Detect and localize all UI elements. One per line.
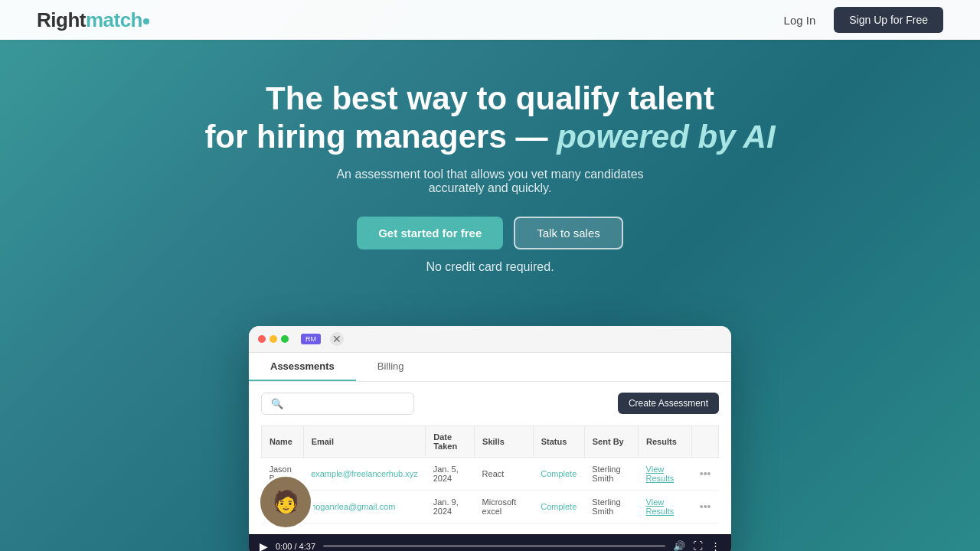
headline-ai: powered by AI [557, 119, 776, 155]
browser-x-icon[interactable]: ✕ [330, 332, 344, 346]
browser-minimize-dot [270, 335, 277, 343]
cell-date: Jan. 5, 2024 [426, 457, 475, 490]
cell-menu[interactable]: ••• [692, 457, 719, 490]
cell-status: Complete [533, 457, 584, 490]
browser-bar: RM ✕ [249, 326, 731, 353]
cell-date: Jan. 9, 2024 [426, 490, 475, 523]
cell-status: Complete [533, 490, 584, 523]
headline-line2: for hiring managers — [204, 119, 547, 155]
demo-container: RM ✕ Assessments Billing 🔍 Create Assess… [249, 326, 731, 551]
demo-wrapper: RM ✕ Assessments Billing 🔍 Create Assess… [0, 318, 980, 551]
video-person-thumbnail: 🧑 [258, 474, 313, 530]
app-tabs: Assessments Billing [249, 353, 731, 382]
browser-maximize-dot [281, 335, 289, 343]
hero-buttons: Get started for free Talk to sales [15, 217, 965, 249]
cell-results[interactable]: View Results [639, 490, 692, 523]
get-started-button[interactable]: Get started for free [357, 217, 503, 249]
tab-assessments[interactable]: Assessments [249, 353, 356, 381]
login-button[interactable]: Log In [784, 14, 816, 27]
video-controls: 🔊 ⛶ ⋮ [673, 540, 720, 551]
more-options-icon[interactable]: ⋮ [710, 540, 720, 551]
signup-button[interactable]: Sign Up for Free [834, 7, 943, 33]
col-date: Date Taken [426, 425, 475, 457]
hero-section: The best way to qualify talent for hirin… [0, 40, 980, 318]
video-player: ▶ 0:00 / 4:37 🔊 ⛶ ⋮ [249, 534, 731, 551]
cell-sent-by: Sterling Smith [584, 457, 638, 490]
tab-billing[interactable]: Billing [356, 353, 426, 381]
logo: Rightmatch [37, 8, 149, 32]
search-row: 🔍 Create Assessment [261, 393, 719, 415]
app-body: 🔍 Create Assessment Name Email Date Take… [249, 382, 731, 534]
table-row: Jason B example@freelancerhub.xyz Jan. 5… [262, 457, 719, 490]
hero-headline: The best way to qualify talent for hirin… [15, 80, 965, 157]
cell-email[interactable]: example@freelancerhub.xyz [303, 457, 426, 490]
logo-right: Right [37, 8, 86, 31]
browser-controls [258, 335, 289, 343]
browser-close-dot [258, 335, 266, 343]
hero-subtext: An assessment tool that allows you vet m… [329, 168, 651, 195]
col-sent-by: Sent By [584, 425, 638, 457]
logo-match: match [86, 8, 142, 31]
video-time: 0:00 / 4:37 [276, 542, 315, 551]
cell-results[interactable]: View Results [639, 457, 692, 490]
col-status: Status [533, 425, 584, 457]
cell-menu[interactable]: ••• [692, 490, 719, 523]
fullscreen-icon[interactable]: ⛶ [693, 540, 703, 551]
search-icon: 🔍 [271, 398, 283, 409]
nav-actions: Log In Sign Up for Free [784, 7, 943, 33]
cell-email[interactable]: hoganrlea@gmail.com [303, 490, 426, 523]
volume-icon[interactable]: 🔊 [673, 540, 685, 551]
cell-sent-by: Sterling Smith [584, 490, 638, 523]
assessments-table: Name Email Date Taken Skills Status Sent… [261, 425, 719, 523]
cell-skills: Microsoft excel [475, 490, 534, 523]
col-name: Name [262, 425, 304, 457]
create-assessment-button[interactable]: Create Assessment [618, 393, 719, 414]
col-results: Results [639, 425, 692, 457]
person-icon: 🧑 [273, 489, 299, 514]
browser-tab-icon: RM [301, 334, 321, 344]
no-credit-card-text: No credit card required. [329, 260, 651, 274]
col-email: Email [303, 425, 426, 457]
play-button[interactable]: ▶ [260, 540, 268, 551]
col-actions [692, 425, 719, 457]
talk-to-sales-button[interactable]: Talk to sales [514, 217, 623, 249]
search-box[interactable]: 🔍 [261, 393, 414, 415]
table-header-row: Name Email Date Taken Skills Status Sent… [262, 425, 719, 457]
cell-skills: React [475, 457, 534, 490]
navbar: Rightmatch Log In Sign Up for Free [0, 0, 980, 40]
table-row: Hugh M hoganrlea@gmail.com Jan. 9, 2024 … [262, 490, 719, 523]
logo-dot-icon [143, 18, 149, 24]
video-progress-bar[interactable] [323, 545, 665, 547]
col-skills: Skills [475, 425, 534, 457]
headline-line1: The best way to qualify talent [266, 80, 714, 116]
